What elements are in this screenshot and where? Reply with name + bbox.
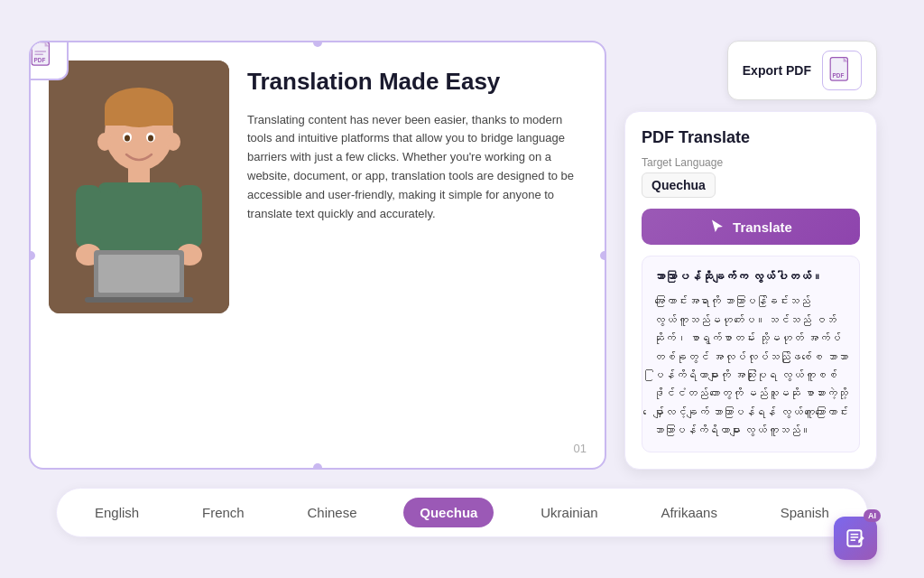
svg-rect-1 [34,51,46,53]
pdf-icon-badge: PDF [29,41,69,80]
corner-dot-tr [600,41,606,47]
person-illustration [49,61,229,313]
lang-item-chinese[interactable]: Chinese [291,498,373,527]
svg-rect-25 [847,530,861,545]
target-lang-value: Quechua [642,172,716,198]
translate-card: PDF Translate Target Language Quechua Tr… [624,111,877,469]
svg-point-19 [125,135,130,142]
output-body: အကြောင်းအရာကို ဘာသာပြန်ခြင်းသည် လွယ်ကူသည… [653,293,848,440]
lang-item-quechua[interactable]: Quechua [403,498,494,527]
card-body: Translating content has never been easie… [247,111,587,224]
corner-dot-mr [600,251,606,260]
target-lang-label: Target Language [642,156,860,169]
corner-dot-ml [29,251,35,260]
page-number: 01 [574,442,587,455]
svg-rect-10 [76,185,101,248]
corner-dot-mt [313,41,322,47]
export-pdf-file-icon: PDF [827,56,856,85]
svg-point-20 [148,135,153,142]
ai-label: AI [864,509,881,522]
pdf-file-icon: PDF [29,41,58,70]
svg-rect-11 [177,185,202,248]
pdf-card: PDF [29,41,606,469]
person-photo [49,61,229,313]
export-pdf-button[interactable]: Export PDF PDF [727,41,877,100]
translate-card-title: PDF Translate [642,128,860,147]
ai-badge-button[interactable]: AI [834,517,877,560]
svg-point-22 [166,133,180,151]
lang-item-french[interactable]: French [186,498,261,527]
corner-dot-bl [29,463,35,470]
lang-item-ukrainian[interactable]: Ukrainian [524,498,614,527]
lang-item-english[interactable]: English [79,498,155,527]
export-pdf-icon-container: PDF [822,51,862,90]
svg-rect-7 [105,107,173,126]
output-title: ဘာသာပြန်ဆိုချက်က လွယ်ပါတယ်။ [653,267,848,287]
main-area: PDF [29,41,895,469]
translate-btn-label: Translate [733,219,792,235]
lang-item-spanish[interactable]: Spanish [764,498,845,527]
svg-rect-2 [34,54,43,56]
corner-dot-br [600,463,606,470]
card-text-section: Translation Made Easy Translating conten… [247,61,587,449]
svg-rect-16 [85,297,193,303]
lang-item-afrikaans[interactable]: Afrikaans [644,498,734,527]
corner-dot-mb [313,463,322,470]
svg-rect-15 [98,255,180,293]
translation-output: ဘာသာပြန်ဆိုချက်က လွယ်ပါတယ်။ အကြောင်းအရာက… [642,256,860,452]
svg-text:PDF: PDF [833,72,845,79]
language-bar: English French Chinese Quechua Ukrainian… [56,488,868,537]
card-title: Translation Made Easy [247,68,587,96]
export-pdf-label: Export PDF [743,63,811,78]
svg-point-21 [97,133,112,151]
svg-text:PDF: PDF [34,57,46,63]
ai-edit-icon [844,527,867,550]
translate-button[interactable]: Translate [642,209,860,245]
cursor-icon [709,219,725,235]
right-panel: Export PDF PDF PDF Translate Target Lang… [624,41,877,469]
